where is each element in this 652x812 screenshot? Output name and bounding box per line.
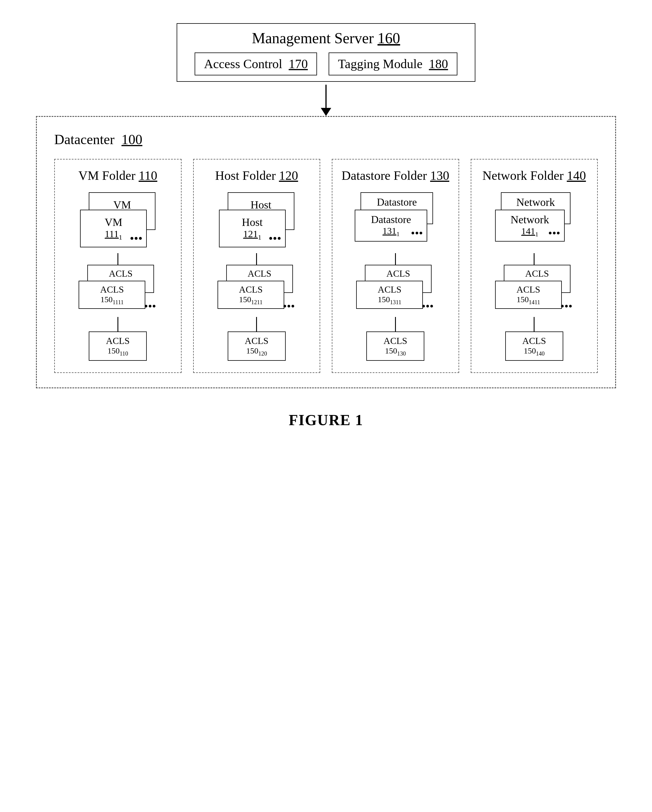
datacenter-title: Datacenter 100 xyxy=(54,131,598,147)
arrow-head xyxy=(321,108,331,116)
access-control-box: Access Control 170 xyxy=(195,52,317,75)
acls-bottom-3: ACLS 150130 xyxy=(366,331,424,361)
network-box-front: Network 1411 ••• xyxy=(495,210,565,241)
vert-line-3 xyxy=(256,253,257,265)
host-folder: Host Folder 120 Host 121K Host 1211 ••• xyxy=(193,159,321,373)
vm-folder-title: VM Folder 110 xyxy=(78,168,157,183)
datacenter-label: Datacenter xyxy=(54,132,115,147)
host-folder-inner: Host 121K Host 1211 ••• ACLS 15 xyxy=(218,192,296,361)
vm-folder: VM Folder 110 VM 111J VM 1111 ••• xyxy=(54,159,182,373)
folders-row: VM Folder 110 VM 111J VM 1111 ••• xyxy=(54,159,598,373)
vert-line-1 xyxy=(118,253,118,265)
datastore-folder: Datastore Folder 130 Datastore 131L Data… xyxy=(332,159,459,373)
network-folder-title: Network Folder 140 xyxy=(483,168,586,183)
acls-dots-2: ••• xyxy=(283,301,295,312)
acls-bottom-2: ACLS 150120 xyxy=(228,331,286,361)
mgmt-server-title: Management Server 160 xyxy=(195,30,457,47)
datastore-box-front: Datastore 1311 ••• xyxy=(355,210,427,241)
vm-folder-inner: VM 111J VM 1111 ••• ACL xyxy=(79,192,157,361)
vert-line-2 xyxy=(118,317,118,331)
tagging-module-label: Tagging Module xyxy=(338,57,422,71)
vert-line-5 xyxy=(395,253,396,265)
host-folder-title: Host Folder 120 xyxy=(215,168,298,183)
mgmt-server-num: 160 xyxy=(378,30,400,46)
network-folder-inner: Network 141M Network 1411 ••• ACLS xyxy=(495,192,573,361)
tagging-module-box: Tagging Module 180 xyxy=(328,52,457,75)
arrow-line xyxy=(325,85,327,108)
acls-dots-1: ••• xyxy=(144,301,157,312)
diagram-wrapper: Management Server 160 Access Control 170… xyxy=(36,23,616,429)
figure-label: FIGURE 1 xyxy=(289,412,363,429)
tagging-module-num: 180 xyxy=(429,57,448,71)
vert-line-8 xyxy=(534,317,534,331)
acls-front-1: ACLS 1501111 xyxy=(79,281,145,309)
access-control-num: 170 xyxy=(289,57,308,71)
datastore-folder-title: Datastore Folder 130 xyxy=(342,168,449,183)
vert-line-7 xyxy=(534,253,534,265)
datastore-folder-inner: Datastore 131L Datastore 1311 ••• ACLS xyxy=(355,192,436,361)
network-folder: Network Folder 140 Network 141M Network … xyxy=(471,159,598,373)
acls-front-2: ACLS 1501211 xyxy=(218,281,284,309)
acls-front-4: ACLS 1501411 xyxy=(495,281,562,309)
vert-line-4 xyxy=(256,317,257,331)
management-server-box: Management Server 160 Access Control 170… xyxy=(177,23,475,82)
arrow-down xyxy=(321,85,331,116)
datacenter-num: 100 xyxy=(122,132,142,147)
acls-dots-4: ••• xyxy=(560,301,573,312)
vert-line-6 xyxy=(395,317,396,331)
access-control-label: Access Control xyxy=(204,57,282,71)
acls-bottom-1: ACLS 150110 xyxy=(89,331,147,361)
datacenter-box: Datacenter 100 VM Folder 110 VM 111J xyxy=(36,116,616,388)
acls-dots-3: ••• xyxy=(422,301,434,312)
acls-front-3: ACLS 1501311 xyxy=(356,281,423,309)
vm-box-front: VM 1111 ••• xyxy=(80,210,147,247)
mgmt-modules: Access Control 170 Tagging Module 180 xyxy=(195,52,457,75)
host-box-front: Host 1211 ••• xyxy=(219,210,286,247)
acls-bottom-4: ACLS 150140 xyxy=(505,331,563,361)
